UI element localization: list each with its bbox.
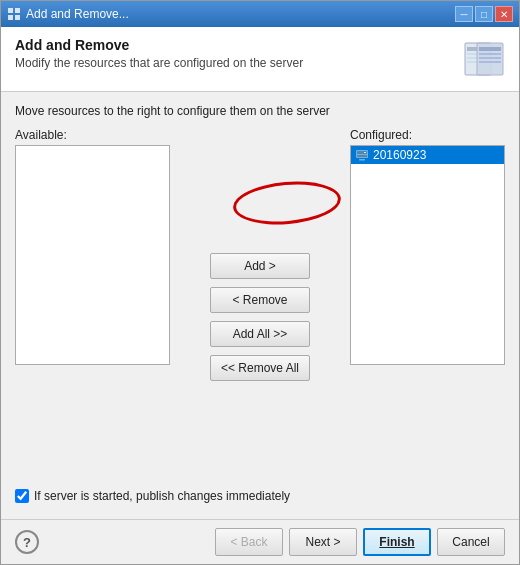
svg-rect-11 [479,53,501,55]
next-button[interactable]: Next > [289,528,357,556]
title-bar: Add and Remove... ─ □ ✕ [1,1,519,27]
header-icon [463,37,505,79]
lists-wrapper: Available: Add > < Remove Add All >> << … [15,128,505,475]
help-button[interactable]: ? [15,530,39,554]
window-title: Add and Remove... [26,7,129,21]
publish-checkbox[interactable] [15,489,29,503]
back-button[interactable]: < Back [215,528,283,556]
page-subtitle: Modify the resources that are configured… [15,56,303,70]
item-server-icon [355,148,369,162]
close-button[interactable]: ✕ [495,6,513,22]
header-text: Add and Remove Modify the resources that… [15,37,303,70]
svg-rect-13 [479,61,501,63]
svg-rect-12 [479,57,501,59]
available-list[interactable] [15,145,170,365]
page-title: Add and Remove [15,37,303,53]
configured-label: Configured: [350,128,505,142]
window-icon [7,7,21,21]
add-button[interactable]: Add > [210,253,310,279]
instruction-text: Move resources to the right to configure… [15,104,505,118]
svg-rect-17 [357,155,367,157]
svg-rect-18 [359,159,365,161]
header-section: Add and Remove Modify the resources that… [1,27,519,92]
checkbox-label[interactable]: If server is started, publish changes im… [34,489,290,503]
footer-right: < Back Next > Finish Cancel [215,528,505,556]
footer: ? < Back Next > Finish Cancel [1,519,519,564]
transfer-buttons-column: Add > < Remove Add All >> << Remove All [170,128,350,475]
checkbox-row: If server is started, publish changes im… [15,489,505,503]
title-bar-left: Add and Remove... [7,7,129,21]
svg-rect-10 [479,47,501,51]
maximize-button[interactable]: □ [475,6,493,22]
svg-rect-2 [8,15,13,20]
finish-button[interactable]: Finish [363,528,431,556]
configured-item-name: 20160923 [373,148,426,162]
svg-rect-1 [15,8,20,13]
minimize-button[interactable]: ─ [455,6,473,22]
svg-rect-0 [8,8,13,13]
configured-column: Configured: 20160923 [350,128,505,475]
svg-rect-16 [364,152,366,153]
configured-list[interactable]: 20160923 [350,145,505,365]
body-section: Move resources to the right to configure… [1,92,519,519]
add-all-button[interactable]: Add All >> [210,321,310,347]
cancel-button[interactable]: Cancel [437,528,505,556]
svg-rect-3 [15,15,20,20]
remove-all-button[interactable]: << Remove All [210,355,310,381]
title-buttons: ─ □ ✕ [455,6,513,22]
footer-left: ? [15,530,39,554]
main-window: Add and Remove... ─ □ ✕ Add and Remove M… [0,0,520,565]
available-label: Available: [15,128,170,142]
available-column: Available: [15,128,170,475]
remove-button[interactable]: < Remove [210,287,310,313]
list-item[interactable]: 20160923 [351,146,504,164]
